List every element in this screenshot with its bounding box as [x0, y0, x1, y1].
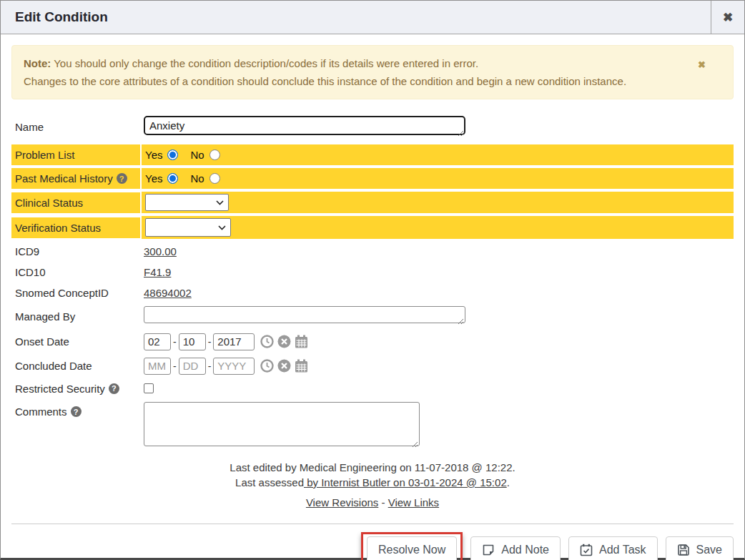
verification-status-select[interactable] — [145, 218, 231, 237]
date-separator: - — [173, 336, 177, 348]
last-edited-text: Last edited by Medical Engineering on 11… — [11, 460, 734, 475]
problem-list-no-label: No — [190, 149, 204, 161]
row-clinical-status: Clinical Status — [11, 192, 734, 213]
name-label: Name — [11, 119, 140, 135]
problem-list-yes-radio[interactable] — [167, 149, 178, 160]
clinical-status-select[interactable] — [145, 194, 229, 211]
problem-list-no-radio[interactable] — [209, 149, 220, 160]
row-concluded-date: Concluded Date - - — [11, 355, 734, 377]
warning-line-1: Note: You should only change the conditi… — [24, 54, 704, 72]
view-links-line: View Revisions - View Links — [11, 495, 734, 510]
row-name: Name Anxiety — [11, 114, 734, 140]
past-medical-history-label: Past Medical History — [15, 172, 113, 185]
date-separator: - — [173, 360, 177, 372]
add-task-button[interactable]: Add Task — [568, 536, 658, 560]
row-restricted-security: Restricted Security ? — [11, 379, 734, 398]
name-input[interactable]: Anxiety — [144, 116, 465, 135]
icd10-label: ICD10 — [11, 264, 140, 280]
icd10-code-link[interactable]: F41.9 — [144, 266, 171, 278]
pmh-yes-radio[interactable] — [167, 173, 178, 184]
clear-date-icon[interactable] — [277, 359, 291, 373]
verification-status-label: Verification Status — [11, 217, 140, 238]
snomed-code-link[interactable]: 48694002 — [144, 287, 192, 299]
footer-buttons: Resolve Now Add Note Add Task Save — [11, 532, 734, 560]
clock-icon[interactable] — [260, 359, 274, 373]
row-onset-date: Onset Date - - — [11, 330, 734, 353]
last-assessed-link[interactable]: by Internist Butler on 03-01-2024 @ 15:0… — [304, 476, 507, 488]
row-snomed: Snomed ConceptID 48694002 — [11, 283, 734, 302]
onset-day-input[interactable] — [179, 333, 206, 350]
comments-textarea[interactable] — [144, 402, 420, 446]
clinical-status-label: Clinical Status — [11, 192, 140, 213]
resolve-now-label: Resolve Now — [378, 544, 445, 556]
add-note-label: Add Note — [501, 544, 549, 556]
help-icon[interactable]: ? — [71, 406, 82, 417]
add-note-button[interactable]: Add Note — [470, 536, 561, 560]
managed-by-label: Managed By — [11, 308, 140, 325]
add-task-label: Add Task — [599, 544, 646, 556]
edit-condition-dialog: Edit Condition ✖ Note: You should only c… — [0, 0, 745, 560]
row-icd10: ICD10 F41.9 — [11, 262, 734, 281]
icd9-code-link[interactable]: 300.00 — [144, 245, 177, 257]
warning-banner: Note: You should only change the conditi… — [11, 45, 734, 99]
restricted-security-label: Restricted Security — [15, 383, 105, 395]
calendar-icon[interactable] — [295, 335, 308, 348]
row-icd9: ICD9 300.00 — [11, 242, 734, 260]
chevron-down-icon — [218, 225, 226, 230]
problem-list-yes-label: Yes — [145, 149, 162, 161]
close-button[interactable]: ✖ — [711, 1, 744, 34]
banner-dismiss-icon[interactable]: ✖ — [698, 56, 706, 74]
help-icon[interactable]: ? — [109, 383, 119, 394]
row-comments: Comments ? — [11, 400, 734, 451]
last-assessed-prefix: Last assessed — [235, 476, 304, 488]
onset-month-input[interactable] — [144, 333, 171, 350]
view-links-link[interactable]: View Links — [388, 496, 439, 509]
icd9-label: ICD9 — [11, 243, 140, 260]
warning-line-2: Changes to the core attributes of a cond… — [24, 72, 704, 90]
resolve-now-button[interactable]: Resolve Now — [367, 536, 457, 560]
row-managed-by: Managed By — [11, 304, 734, 328]
close-icon: ✖ — [723, 10, 733, 25]
clock-icon[interactable] — [260, 335, 274, 348]
concluded-year-input[interactable] — [213, 358, 255, 375]
row-problem-list: Problem List Yes No — [11, 144, 734, 165]
footer-divider — [11, 524, 734, 524]
view-revisions-link[interactable]: View Revisions — [306, 496, 378, 509]
help-icon[interactable]: ? — [117, 173, 127, 184]
snomed-label: Snomed ConceptID — [11, 285, 140, 301]
date-separator: - — [208, 336, 212, 348]
last-assessed-line: Last assessed by Internist Butler on 03-… — [11, 475, 734, 490]
warning-bold-label: Note: — [24, 57, 51, 69]
save-button[interactable]: Save — [666, 536, 734, 560]
comments-label: Comments — [15, 406, 67, 418]
chevron-down-icon — [216, 200, 224, 205]
calendar-icon[interactable] — [295, 359, 308, 373]
pmh-no-label: No — [190, 172, 204, 185]
problem-list-label: Problem List — [11, 144, 140, 165]
onset-year-input[interactable] — [213, 333, 255, 350]
save-floppy-icon — [677, 544, 690, 556]
dialog-title: Edit Condition — [1, 1, 711, 34]
task-calendar-icon — [580, 544, 593, 556]
date-separator: - — [208, 360, 212, 372]
warning-text-1: You should only change the condition des… — [51, 57, 478, 69]
last-assessed-suffix: . — [507, 476, 510, 488]
clear-date-icon[interactable] — [277, 335, 291, 348]
concluded-day-input[interactable] — [179, 358, 206, 375]
row-verification-status: Verification Status — [11, 216, 734, 239]
concluded-date-label: Concluded Date — [11, 358, 140, 374]
concluded-month-input[interactable] — [144, 358, 171, 375]
managed-by-input[interactable] — [144, 306, 465, 323]
save-label: Save — [696, 544, 722, 556]
row-past-medical-history: Past Medical History ? Yes No — [11, 168, 734, 189]
pmh-no-radio[interactable] — [209, 173, 220, 184]
pmh-yes-label: Yes — [145, 172, 162, 185]
dialog-body: Note: You should only change the conditi… — [1, 34, 744, 560]
onset-date-label: Onset Date — [11, 333, 140, 350]
resolve-now-highlight: Resolve Now — [361, 532, 463, 560]
note-icon — [482, 544, 495, 556]
restricted-security-checkbox[interactable] — [144, 383, 154, 393]
link-separator: - — [378, 496, 388, 509]
audit-info: Last edited by Medical Engineering on 11… — [11, 460, 734, 510]
dialog-header: Edit Condition ✖ — [1, 1, 744, 34]
